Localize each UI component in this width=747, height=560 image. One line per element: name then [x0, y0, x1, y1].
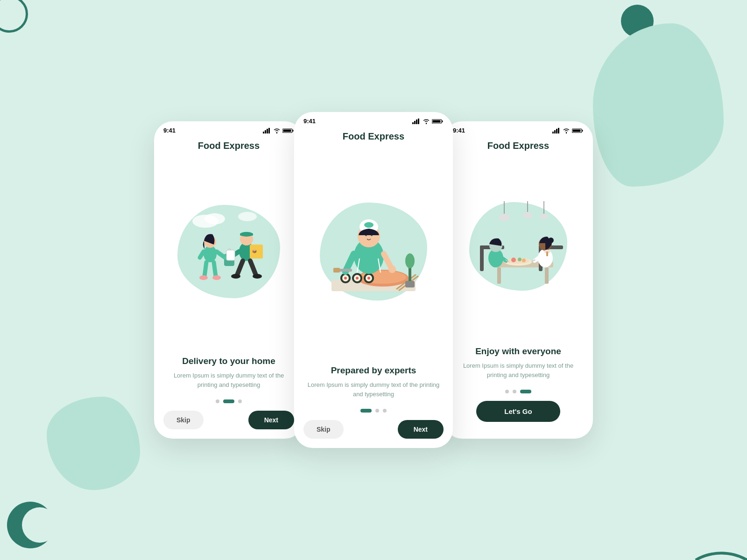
- content-title-center: Prepared by experts: [305, 365, 442, 376]
- dots-left: [154, 394, 303, 407]
- skip-button-center[interactable]: Skip: [303, 420, 344, 439]
- svg-point-64: [364, 222, 374, 228]
- dot-active-center: [360, 409, 372, 413]
- status-icons-center: [412, 119, 444, 124]
- time-center: 9:41: [303, 118, 316, 125]
- next-button-center[interactable]: Next: [398, 420, 444, 439]
- content-section-left: Delivery to your home Lorem Ipsum is sim…: [154, 349, 303, 394]
- svg-point-1: [22, 507, 56, 543]
- dining-illustration: [467, 201, 570, 292]
- svg-rect-2: [263, 132, 264, 133]
- svg-rect-68: [338, 269, 352, 272]
- svg-rect-3: [265, 130, 266, 133]
- dot-active-right: [520, 390, 531, 393]
- svg-rect-41: [442, 120, 443, 122]
- svg-rect-89: [545, 267, 549, 284]
- svg-rect-76: [556, 129, 557, 133]
- status-bar-left: 9:41: [154, 121, 303, 136]
- svg-point-84: [523, 212, 532, 218]
- dot-3-left: [238, 399, 242, 403]
- svg-rect-33: [226, 250, 235, 260]
- phone-center: 9:41 Food Ex: [294, 112, 453, 448]
- bottom-buttons-left: Skip Next: [154, 407, 303, 439]
- svg-rect-69: [333, 268, 340, 273]
- content-desc-left: Lorem Ipsum is simply dummy text of the …: [165, 371, 292, 389]
- svg-rect-8: [283, 129, 291, 132]
- svg-point-86: [540, 214, 548, 219]
- svg-line-19: [250, 261, 256, 275]
- dot-2-center: [375, 409, 379, 413]
- dot-3-center: [383, 409, 387, 413]
- svg-point-92: [511, 258, 516, 262]
- app-title-center: Food Express: [294, 126, 453, 145]
- bg-half-circle-bottom-left: [5, 499, 56, 551]
- svg-point-93: [518, 258, 521, 261]
- svg-rect-5: [268, 128, 270, 133]
- lets-go-button[interactable]: Let's Go: [476, 401, 560, 422]
- battery-icon-center: [432, 119, 444, 124]
- signal-icon-left: [263, 128, 271, 133]
- status-icons-right: [552, 128, 584, 133]
- content-desc-center: Lorem Ipsum is simply dummy text of the …: [305, 380, 442, 399]
- svg-rect-75: [554, 130, 556, 133]
- phone-left: 9:41 Food Ex: [154, 121, 303, 439]
- phones-container: 9:41 Food Ex: [154, 112, 593, 448]
- dot-1-right: [505, 390, 509, 393]
- svg-line-30: [214, 262, 216, 276]
- svg-point-32: [212, 275, 221, 280]
- svg-point-10: [204, 213, 225, 224]
- status-bar-right: 9:41: [444, 121, 593, 136]
- svg-point-31: [199, 275, 208, 280]
- svg-text:📦: 📦: [252, 249, 257, 253]
- svg-rect-4: [267, 129, 268, 133]
- svg-rect-109: [546, 252, 548, 256]
- svg-point-48: [344, 277, 347, 280]
- signal-icon-right: [552, 128, 561, 133]
- svg-rect-59: [405, 281, 415, 287]
- svg-rect-79: [582, 130, 583, 132]
- bg-blob-right: [593, 23, 724, 187]
- svg-point-94: [522, 259, 526, 262]
- svg-point-71: [388, 266, 396, 273]
- next-button-left[interactable]: Next: [248, 411, 294, 429]
- svg-line-28: [200, 252, 204, 258]
- svg-rect-77: [558, 128, 559, 133]
- svg-rect-36: [412, 122, 414, 124]
- wifi-icon-left: [273, 128, 281, 133]
- svg-point-82: [499, 214, 510, 221]
- wifi-icon-right: [563, 128, 570, 133]
- battery-icon-right: [572, 128, 584, 133]
- illustration-area-center: [303, 145, 444, 358]
- svg-point-20: [231, 274, 240, 279]
- svg-line-70: [384, 254, 391, 268]
- skip-button-left[interactable]: Skip: [163, 411, 204, 429]
- svg-point-58: [405, 253, 415, 268]
- svg-rect-37: [414, 121, 416, 124]
- app-title-right: Food Express: [444, 136, 593, 154]
- svg-rect-42: [433, 120, 441, 122]
- dot-1-left: [216, 399, 219, 403]
- dots-right: [444, 384, 593, 397]
- dots-center: [294, 403, 453, 416]
- svg-point-25: [204, 245, 217, 262]
- illustration-area-left: 📦: [163, 154, 294, 349]
- svg-point-54: [367, 277, 370, 280]
- chef-illustration: [317, 203, 430, 301]
- signal-icon-center: [412, 119, 421, 124]
- content-section-center: Prepared by experts Lorem Ipsum is simpl…: [294, 358, 453, 403]
- time-left: 9:41: [163, 127, 176, 134]
- dot-active-left: [223, 399, 234, 403]
- battery-icon-left: [282, 128, 294, 133]
- svg-rect-80: [573, 129, 581, 132]
- phone-right: 9:41 Food Ex: [444, 121, 593, 439]
- status-bar-center: 9:41: [294, 112, 453, 126]
- svg-rect-38: [416, 119, 417, 124]
- wifi-icon-center: [423, 119, 430, 124]
- bg-blob-left: [47, 397, 140, 490]
- dot-2-right: [513, 390, 516, 393]
- svg-rect-95: [480, 245, 484, 271]
- svg-rect-74: [552, 132, 554, 133]
- svg-line-18: [237, 261, 243, 275]
- svg-point-21: [253, 274, 262, 279]
- svg-rect-7: [293, 130, 294, 132]
